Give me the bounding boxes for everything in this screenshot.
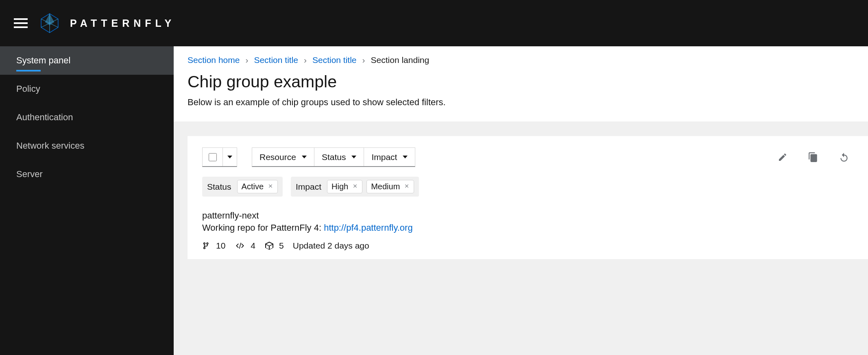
undo-button[interactable] xyxy=(839,152,849,162)
main-content: Section home › Section title › Section t… xyxy=(174,46,868,355)
meta-packages: 5 xyxy=(264,241,284,251)
close-icon xyxy=(268,183,273,189)
bulk-select xyxy=(202,147,237,167)
sidebar-item-label: System panel xyxy=(16,55,70,65)
chevron-down-icon xyxy=(351,156,356,158)
page-title: Chip group example xyxy=(188,72,854,91)
sidebar-item-authentication[interactable]: Authentication xyxy=(0,103,174,132)
page-header: Section home › Section title › Section t… xyxy=(174,46,868,121)
brand-logo[interactable]: PATTERNFLY xyxy=(39,13,175,34)
select-label: Resource xyxy=(260,152,296,162)
bulk-select-toggle[interactable] xyxy=(223,148,237,166)
copy-button[interactable] xyxy=(808,152,818,162)
breadcrumb-link[interactable]: Section title xyxy=(312,55,357,65)
sidebar: System panel Policy Authentication Netwo… xyxy=(0,46,174,355)
filter-select-group: Resource Status Impact xyxy=(252,147,415,167)
app-header: PATTERNFLY xyxy=(0,0,868,46)
meta-value: 10 xyxy=(216,241,225,251)
chip-group-status: Status Active xyxy=(202,177,283,197)
bulk-select-checkbox[interactable] xyxy=(203,148,223,166)
chip-groups: Status Active Impact High xyxy=(202,177,853,197)
content-panel: Resource Status Impact xyxy=(188,136,868,259)
breadcrumb-current: Section landing xyxy=(371,55,430,65)
toolbar: Resource Status Impact xyxy=(202,147,853,173)
item-meta: 10 4 5 Updated 2 days ago xyxy=(202,240,853,251)
sidebar-item-label: Server xyxy=(16,169,43,179)
sidebar-item-label: Authentication xyxy=(16,112,73,122)
select-impact[interactable]: Impact xyxy=(364,148,415,166)
toolbar-icons xyxy=(778,152,853,162)
meta-value: 5 xyxy=(279,241,284,251)
checkbox-input[interactable] xyxy=(209,153,217,161)
sidebar-item-label: Policy xyxy=(16,84,40,94)
chip-text: Medium xyxy=(371,182,400,191)
cube-icon xyxy=(264,241,274,251)
chip-group-label: Status xyxy=(207,182,233,192)
meta-branches: 10 xyxy=(202,240,225,251)
undo-icon xyxy=(839,152,849,162)
chevron-down-icon xyxy=(302,156,307,158)
meta-value: 4 xyxy=(251,241,255,251)
sidebar-item-system-panel[interactable]: System panel xyxy=(0,46,174,75)
sidebar-item-policy[interactable]: Policy xyxy=(0,75,174,103)
close-icon xyxy=(404,183,410,189)
chip-text: Active xyxy=(242,182,264,191)
brand-text: PATTERNFLY xyxy=(70,17,175,29)
breadcrumb-link[interactable]: Section home xyxy=(188,55,240,65)
close-icon xyxy=(352,183,358,189)
item-title: patternfly-next xyxy=(202,210,853,221)
chip-text: High xyxy=(331,182,348,191)
meta-updated: Updated 2 days ago xyxy=(293,241,369,251)
breadcrumb-link[interactable]: Section title xyxy=(254,55,298,65)
edit-button[interactable] xyxy=(778,152,787,162)
chip-group-label: Impact xyxy=(296,182,323,192)
breadcrumb-separator-icon: › xyxy=(304,55,307,65)
chip-close-button[interactable] xyxy=(268,182,273,191)
chip-high: High xyxy=(327,180,362,193)
chip-group-impact: Impact High Medium xyxy=(291,177,419,197)
select-status[interactable]: Status xyxy=(314,148,364,166)
sidebar-item-label: Network services xyxy=(16,141,84,151)
sidebar-item-server[interactable]: Server xyxy=(0,160,174,188)
clone-icon xyxy=(808,152,818,162)
select-label: Impact xyxy=(371,152,397,162)
meta-prs: 4 xyxy=(234,241,255,251)
item-desc-text: Working repo for PatternFly 4: xyxy=(202,223,324,233)
menu-toggle-icon[interactable] xyxy=(14,18,28,28)
page-layout: System panel Policy Authentication Netwo… xyxy=(0,46,868,355)
breadcrumb-separator-icon: › xyxy=(245,55,248,65)
item-description: Working repo for PatternFly 4: http://pf… xyxy=(202,223,853,233)
chevron-down-icon xyxy=(403,156,408,158)
list-item: patternfly-next Working repo for Pattern… xyxy=(202,210,853,251)
chip-medium: Medium xyxy=(366,180,414,193)
chip-active: Active xyxy=(237,180,278,193)
pencil-icon xyxy=(778,152,787,162)
code-icon xyxy=(234,241,246,250)
page-description: Below is an example of chip groups used … xyxy=(188,97,854,108)
select-resource[interactable]: Resource xyxy=(252,148,314,166)
select-label: Status xyxy=(322,152,346,162)
patternfly-logo-icon xyxy=(39,13,60,34)
chevron-down-icon xyxy=(227,156,232,158)
breadcrumb: Section home › Section title › Section t… xyxy=(188,55,854,65)
breadcrumb-separator-icon: › xyxy=(362,55,365,65)
git-branch-icon xyxy=(202,240,211,251)
item-link[interactable]: http://pf4.patternfly.org xyxy=(324,223,413,233)
sidebar-item-network-services[interactable]: Network services xyxy=(0,132,174,160)
chip-close-button[interactable] xyxy=(404,182,410,191)
chip-close-button[interactable] xyxy=(352,182,358,191)
